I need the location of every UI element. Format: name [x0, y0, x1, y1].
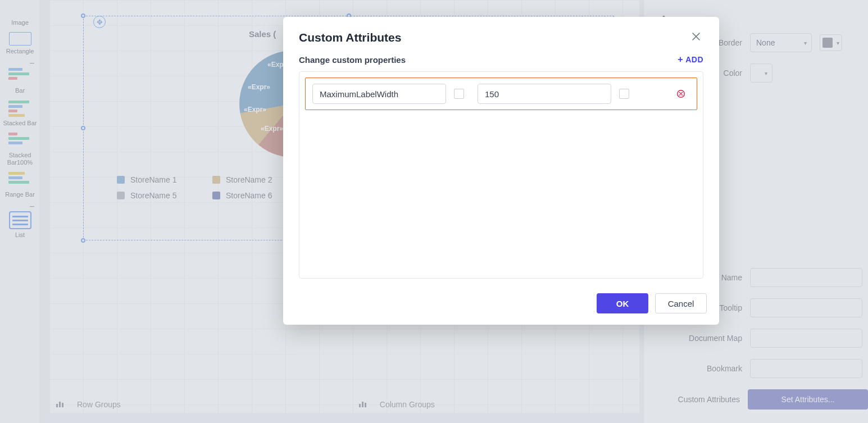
row-groups-label[interactable]: Row Groups — [77, 400, 121, 409]
legend-item[interactable]: StoreName 1 — [117, 175, 212, 184]
chevron-down-icon: ▾ — [837, 40, 839, 46]
border-select[interactable]: None ▾ — [750, 33, 812, 52]
legend-label: StoreName 2 — [226, 175, 272, 184]
chart-title: Sales ( — [249, 29, 276, 39]
attributes-list — [299, 71, 703, 279]
cancel-label: Cancel — [668, 299, 694, 308]
tb-label-image: Image — [3, 19, 37, 26]
toolbox-item-rectangle[interactable]: Rectangle — [3, 32, 37, 55]
dialog-title: Custom Attributes — [299, 31, 401, 44]
move-icon[interactable]: ✥ — [93, 16, 106, 28]
pie-slice-label: «Expr» — [261, 125, 283, 133]
resize-handle[interactable] — [81, 13, 85, 18]
close-button[interactable] — [689, 29, 703, 46]
pie-slice-label: «Expr» — [248, 83, 270, 91]
bookmark-label: Bookmark — [661, 364, 742, 373]
tb-label-stacked: Stacked Bar — [3, 120, 37, 127]
delete-icon — [676, 89, 685, 98]
cancel-button[interactable]: Cancel — [655, 293, 707, 313]
tb-label-bar: Bar — [3, 87, 37, 94]
value-expression-toggle[interactable] — [619, 89, 629, 99]
tb-label-list: List — [3, 231, 37, 239]
attribute-row — [305, 78, 697, 110]
delete-row-button[interactable] — [676, 89, 690, 98]
groups-bar: Row Groups Column Groups — [49, 396, 639, 413]
border-value: None — [756, 38, 775, 47]
toolbox-item-image[interactable]: Image — [3, 3, 37, 26]
resize-handle[interactable] — [81, 126, 85, 130]
toolbox-item-range-bar[interactable]: Range Bar — [3, 172, 37, 198]
bookmark-input[interactable] — [750, 359, 862, 378]
border-color-picker[interactable]: ▾ — [820, 34, 842, 51]
dialog-subtitle: Change custom properties — [299, 55, 406, 65]
docmap-label: Document Map — [661, 334, 742, 343]
name-input[interactable] — [750, 268, 862, 287]
resize-handle[interactable] — [81, 238, 85, 243]
tb-label-stacked100: Stacked Bar100% — [3, 152, 37, 166]
chevron-down-icon: ▾ — [765, 70, 767, 76]
add-button[interactable]: + ADD — [678, 54, 703, 65]
color-select[interactable]: ▾ — [750, 63, 772, 83]
set-attr-label: Set Attributes... — [781, 395, 835, 404]
add-label: ADD — [685, 55, 703, 64]
plus-icon: + — [678, 54, 683, 65]
set-attributes-button[interactable]: Set Attributes... — [748, 389, 868, 410]
pie-slice-label: «Expr» — [244, 106, 266, 113]
column-groups-icon — [359, 402, 366, 407]
toolbox-item-stacked-bar[interactable]: Stacked Bar — [3, 101, 37, 127]
column-groups-label[interactable]: Column Groups — [380, 400, 435, 409]
ok-button[interactable]: OK — [597, 293, 648, 313]
chart-legend: StoreName 1 StoreName 2 StoreName 5 Stor… — [117, 175, 308, 200]
tb-label-range: Range Bar — [3, 191, 37, 198]
chevron-down-icon: ▾ — [804, 40, 807, 46]
legend-label: StoreName 5 — [130, 191, 176, 200]
ok-label: OK — [616, 299, 629, 308]
legend-label: StoreName 6 — [226, 191, 272, 200]
tb-label-rect: Rectangle — [3, 48, 37, 55]
docmap-input[interactable] — [750, 329, 862, 348]
custom-attributes-dialog: Custom Attributes Change custom properti… — [283, 17, 719, 325]
name-expression-toggle[interactable] — [454, 89, 464, 99]
legend-label: StoreName 1 — [130, 175, 176, 184]
tooltip-input[interactable] — [750, 298, 862, 317]
toolbox-item-list[interactable]: List — [3, 211, 37, 239]
row-groups-icon — [56, 402, 63, 407]
toolbox-item-bar[interactable]: Bar — [3, 68, 37, 94]
attribute-value-input[interactable] — [478, 84, 611, 104]
toolbox-item-stacked-bar-100[interactable]: Stacked Bar100% — [3, 133, 37, 166]
attribute-name-input[interactable] — [312, 84, 446, 104]
custom-attr-label: Custom Attributes — [661, 395, 740, 404]
close-icon — [692, 33, 700, 40]
toolbox-panel: Image Rectangle Bar Stacked Bar Stacked … — [0, 0, 40, 423]
legend-item[interactable]: StoreName 5 — [117, 191, 212, 200]
